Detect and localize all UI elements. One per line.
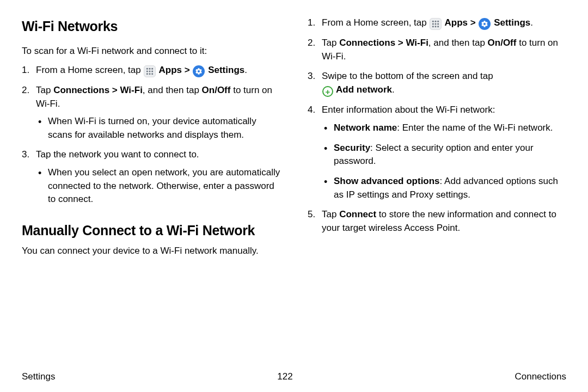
add-icon: +: [322, 86, 333, 97]
step-2: Tap Connections > Wi-Fi, and then tap On…: [22, 84, 280, 142]
text: From a Home screen, tap: [36, 65, 143, 75]
text: From a Home screen, tap: [322, 17, 429, 28]
manual-steps: From a Home screen, tap Apps > Settings.…: [308, 16, 566, 235]
intro-text: To scan for a Wi-Fi network and connect …: [22, 45, 280, 58]
svg-point-12: [432, 23, 434, 24]
separator: >: [468, 17, 478, 28]
add-network-label: Add network: [334, 84, 392, 95]
text: Tap: [322, 38, 339, 48]
svg-point-5: [152, 70, 154, 72]
text: Tap: [36, 85, 53, 95]
footer-right: Connections: [514, 371, 566, 382]
step-5: Tap Connect to store the new information…: [308, 208, 566, 235]
svg-point-9: [432, 21, 434, 22]
text: Tap the network you want to connect to.: [36, 149, 199, 160]
text: .: [244, 65, 247, 75]
apps-icon: [430, 18, 442, 30]
scan-steps: From a Home screen, tap Apps > Settings.…: [22, 64, 280, 206]
left-column: Wi-Fi Networks To scan for a Wi-Fi netwo…: [22, 16, 280, 359]
apps-label: Apps: [442, 17, 468, 28]
step-2-bullet: When Wi-Fi is turned on, your device aut…: [36, 115, 280, 142]
step-1: From a Home screen, tap Apps > Settings.: [22, 64, 280, 77]
text: Tap: [322, 209, 339, 219]
bullet-network-name: Network name: Enter the name of the Wi-F…: [322, 121, 566, 135]
apps-label: Apps: [156, 65, 182, 75]
manual-intro: You can connect your device to a Wi-Fi n…: [22, 244, 280, 258]
text: Swipe to the bottom of the screen and ta…: [322, 71, 493, 81]
text: : Enter the name of the Wi-Fi network.: [397, 122, 553, 133]
settings-icon: [479, 18, 491, 30]
heading-wifi-networks: Wi-Fi Networks: [22, 16, 280, 36]
bold: Show advanced options: [334, 176, 440, 186]
settings-icon: [193, 65, 205, 77]
svg-point-15: [432, 26, 434, 27]
settings-label: Settings: [491, 17, 530, 28]
bullet-security: Security: Select a security option and e…: [322, 142, 566, 168]
svg-point-6: [146, 73, 148, 75]
bold: Security: [334, 143, 370, 153]
step-2: Tap Connections > Wi-Fi, and then tap On…: [308, 36, 566, 63]
text: .: [392, 84, 395, 95]
svg-point-2: [152, 68, 154, 70]
page-content: Wi-Fi Networks To scan for a Wi-Fi netwo…: [0, 0, 588, 359]
bold: Network name: [334, 122, 397, 133]
step-3-bullet: When you select an open network, you are…: [36, 166, 280, 206]
svg-point-8: [152, 73, 154, 75]
svg-point-1: [149, 68, 151, 70]
svg-point-4: [149, 70, 151, 72]
step-3: Tap the network you want to connect to. …: [22, 148, 280, 206]
step-4: Enter information about the Wi-Fi networ…: [308, 103, 566, 201]
bold: Connect: [339, 209, 376, 219]
svg-point-11: [438, 21, 439, 22]
heading-manual-connect: Manually Connect to a Wi-Fi Network: [22, 220, 280, 240]
text: , and then tap: [428, 38, 488, 48]
footer-page-number: 122: [277, 371, 292, 382]
bold: On/Off: [488, 38, 517, 48]
svg-point-13: [435, 23, 437, 24]
apps-icon: [144, 65, 156, 77]
svg-point-14: [438, 23, 439, 24]
text: , and then tap: [143, 85, 202, 95]
svg-point-16: [435, 26, 437, 27]
bullet-advanced: Show advanced options: Add advanced opti…: [322, 175, 566, 201]
step-3: Swipe to the bottom of the screen and ta…: [308, 70, 566, 97]
footer-left: Settings: [22, 371, 55, 382]
right-column: From a Home screen, tap Apps > Settings.…: [308, 16, 566, 359]
settings-label: Settings: [205, 65, 244, 75]
text: .: [530, 17, 533, 28]
bold: Connections > Wi-Fi: [53, 85, 143, 95]
svg-point-10: [435, 21, 437, 22]
svg-point-0: [146, 68, 148, 70]
bold: Connections > Wi-Fi: [339, 38, 428, 48]
svg-point-17: [438, 26, 439, 27]
page-footer: Settings 122 Connections: [22, 371, 566, 382]
separator: >: [182, 65, 192, 75]
text: Enter information about the Wi-Fi networ…: [322, 105, 495, 115]
svg-point-3: [146, 70, 148, 72]
bold: On/Off: [202, 85, 231, 95]
svg-point-7: [149, 73, 151, 75]
step-1: From a Home screen, tap Apps > Settings.: [308, 16, 566, 30]
